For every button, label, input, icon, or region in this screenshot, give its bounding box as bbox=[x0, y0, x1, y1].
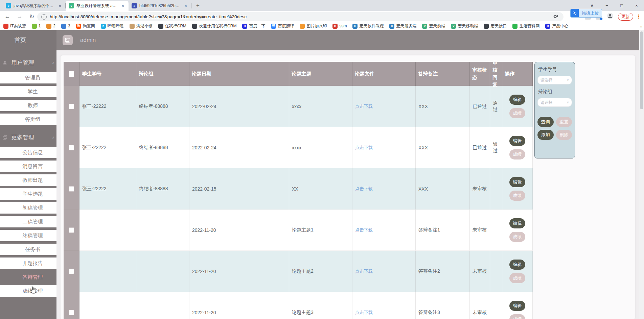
sidebar-item[interactable]: 教师 bbox=[0, 100, 56, 111]
sidebar-item[interactable]: 学生选题 bbox=[0, 188, 56, 200]
browser-tab[interactable]: V毕业设计管理系统-admin× bbox=[66, 1, 129, 11]
browser-menu-icon[interactable]: ⋮ bbox=[636, 14, 641, 20]
chrome-update-button[interactable]: 更新 bbox=[618, 13, 633, 21]
sidebar-item[interactable]: 教师出题 bbox=[0, 174, 56, 186]
table-header-row: 学生学号辩论组论题日期论题主题论题文件答辩备注审核状态审核回复操作 bbox=[64, 62, 533, 86]
download-link[interactable]: 点击下载 bbox=[355, 268, 373, 274]
add-button[interactable]: 添加 bbox=[537, 130, 554, 140]
bookmark-item[interactable]: Gssm bbox=[332, 24, 347, 29]
query-button[interactable]: 查询 bbox=[537, 117, 554, 127]
bookmark-item[interactable]: B百度一下 bbox=[242, 23, 265, 29]
row-checkbox[interactable] bbox=[69, 186, 74, 192]
score-button[interactable]: 成绩 bbox=[509, 149, 525, 160]
edit-button[interactable]: 编辑 bbox=[509, 136, 525, 146]
download-link[interactable]: 点击下载 bbox=[355, 310, 373, 316]
sidebar-group-header[interactable]: 更多管理∧ bbox=[0, 129, 56, 145]
bookmark-item[interactable]: 图片加水印 bbox=[300, 23, 327, 29]
scrollbar-thumb[interactable] bbox=[640, 31, 643, 109]
bookmark-item[interactable]: H宏天服务端 bbox=[389, 23, 416, 29]
bookmark-item[interactable]: 任我行CRM bbox=[158, 23, 186, 29]
bookmark-favicon: V bbox=[422, 24, 427, 29]
row-checkbox[interactable] bbox=[69, 145, 74, 150]
student-id-select[interactable]: 请选择 ∨ bbox=[537, 76, 572, 84]
tab-close-icon[interactable]: × bbox=[183, 3, 188, 8]
password-key-icon[interactable] bbox=[553, 13, 559, 21]
edit-button[interactable]: 编辑 bbox=[509, 177, 525, 187]
sidebar-item[interactable]: 成绩管理 bbox=[0, 285, 56, 297]
bookmark-item[interactable]: 宏天接口 bbox=[484, 23, 507, 29]
reload-button[interactable]: ↻ bbox=[27, 12, 37, 21]
delete-button[interactable]: 删除 bbox=[556, 130, 572, 140]
bookmark-item[interactable]: 译百度翻译 bbox=[271, 23, 294, 29]
sidebar-item[interactable]: 学生 bbox=[0, 86, 56, 97]
edit-button[interactable]: 编辑 bbox=[509, 301, 525, 311]
debate-group-cell: 终结者-88888 bbox=[136, 86, 189, 127]
edit-button[interactable]: 编辑 bbox=[509, 95, 525, 105]
sidebar-item-home[interactable]: 首页 bbox=[0, 30, 56, 50]
debate-group-select[interactable]: 请选择 ∨ bbox=[537, 98, 572, 107]
row-checkbox[interactable] bbox=[69, 310, 74, 315]
score-button[interactable]: 成绩 bbox=[509, 232, 525, 242]
user-avatar[interactable] bbox=[63, 35, 73, 45]
sidebar-item[interactable]: 任务书 bbox=[0, 244, 56, 255]
download-link[interactable]: 点击下载 bbox=[355, 103, 373, 109]
sidebar-item[interactable]: 答辩组 bbox=[0, 114, 56, 125]
tab-close-icon[interactable]: × bbox=[120, 3, 125, 8]
score-button[interactable]: 成绩 bbox=[509, 191, 525, 201]
sidebar-item[interactable]: 终稿管理 bbox=[0, 230, 56, 241]
maximize-button[interactable]: □ bbox=[614, 0, 629, 11]
close-button[interactable]: × bbox=[629, 0, 644, 11]
browser-scrollbar[interactable] bbox=[639, 30, 644, 319]
sidebar-item[interactable]: 消息留言 bbox=[0, 161, 56, 172]
bookmark-item[interactable]: 欢迎使用任我行CRM bbox=[192, 23, 236, 29]
edit-button[interactable]: 编辑 bbox=[509, 260, 525, 270]
new-tab-button[interactable]: + bbox=[193, 1, 202, 10]
bookmark-favicon: b bbox=[101, 24, 106, 29]
row-checkbox[interactable] bbox=[69, 104, 74, 109]
bookmark-item[interactable]: B产品中心 bbox=[545, 23, 568, 29]
sidebar-group-header[interactable]: 用户管理∧ bbox=[0, 54, 56, 71]
browser-tab[interactable]: bjava高级程序猿的个人空间_哔哩× bbox=[3, 1, 66, 11]
bookmark-item[interactable]: 3 bbox=[61, 24, 70, 29]
bookmark-item[interactable]: V宏天前端 bbox=[422, 23, 445, 29]
edit-button[interactable]: 编辑 bbox=[509, 218, 525, 228]
score-button[interactable]: 成绩 bbox=[509, 314, 525, 319]
select-all-checkbox[interactable] bbox=[69, 71, 74, 77]
bookmark-item[interactable]: b哔哩哔哩 bbox=[101, 23, 124, 29]
bookmark-label: 任我行CRM bbox=[165, 23, 186, 29]
browser-tab[interactable]: #bfd59291e825b5f2bbf1eb765× bbox=[129, 1, 191, 11]
sidebar-item[interactable]: 初稿管理 bbox=[0, 202, 56, 214]
download-link[interactable]: 点击下载 bbox=[355, 145, 373, 151]
sidebar-item[interactable]: 开题报告 bbox=[0, 257, 56, 269]
bookmark-item[interactable]: V宏天移动端 bbox=[451, 23, 478, 29]
page-info-icon[interactable]: i bbox=[41, 14, 47, 20]
bookmark-item[interactable]: H宏天软件教程 bbox=[352, 23, 384, 29]
profile-avatar-icon[interactable] bbox=[606, 12, 614, 21]
sidebar-item[interactable]: 二稿管理 bbox=[0, 216, 56, 227]
row-checkbox[interactable] bbox=[69, 269, 74, 274]
layers-icon bbox=[2, 135, 8, 140]
download-link[interactable]: 点击下载 bbox=[355, 227, 373, 233]
row-checkbox[interactable] bbox=[69, 227, 74, 233]
student-id-cell: 张三-22222 bbox=[79, 127, 136, 168]
tab-close-icon[interactable]: × bbox=[57, 3, 63, 8]
sidebar-item[interactable]: 管理员 bbox=[0, 72, 56, 83]
score-button[interactable]: 成绩 bbox=[509, 108, 525, 118]
bookmarks-overflow-icon[interactable]: » bbox=[640, 22, 642, 30]
download-link[interactable]: 点击下载 bbox=[355, 186, 373, 192]
bookmark-item[interactable]: 生活百科网 bbox=[512, 23, 539, 29]
sidebar-item[interactable]: 答辩管理 bbox=[0, 271, 56, 283]
score-button[interactable]: 成绩 bbox=[509, 273, 525, 283]
back-button[interactable]: ← bbox=[3, 12, 12, 21]
bookmark-item[interactable]: IT实战营 bbox=[3, 23, 26, 29]
reset-button[interactable]: 重置 bbox=[556, 117, 572, 127]
bookmark-item[interactable]: 洪湖小镇 bbox=[130, 23, 153, 29]
bookmark-item[interactable]: 2 bbox=[46, 24, 55, 29]
topic-file-cell: 点击下载 bbox=[352, 86, 416, 127]
forward-button[interactable]: → bbox=[15, 12, 24, 21]
bookmark-item[interactable]: 淘淘宝网 bbox=[76, 23, 95, 29]
drag-upload-badge[interactable]: 拖拽上传 bbox=[570, 9, 602, 18]
address-bar[interactable]: i http://localhost:8080/defense_manageme… bbox=[37, 12, 564, 21]
bookmark-item[interactable]: 1 bbox=[32, 24, 41, 29]
sidebar-item[interactable]: 公告信息 bbox=[0, 147, 56, 158]
